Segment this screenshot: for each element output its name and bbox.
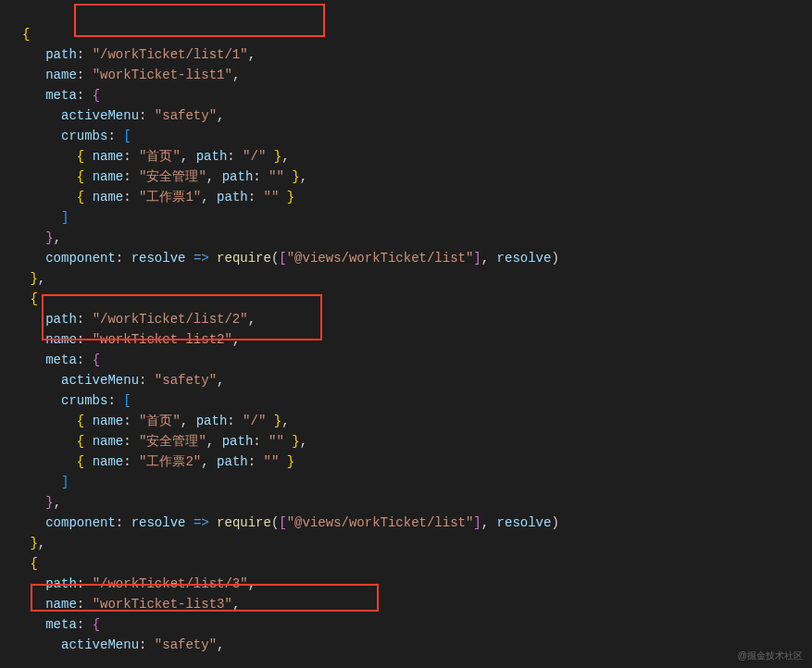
code-line: component: resolve => require(["@views/w… [22, 515, 559, 530]
watermark: @掘金技术社区 [738, 649, 803, 662]
code-line: }, [22, 495, 61, 510]
code-line: { name: "工作票1", path: "" } [22, 190, 294, 204]
code-line: path: "/workTicket/list/2", [22, 312, 256, 327]
code-line: activeMenu: "safety", [22, 108, 224, 123]
code-line: { name: "安全管理", path: "" }, [22, 169, 307, 184]
code-line: ] [22, 210, 69, 225]
code-line: meta: { [22, 617, 100, 632]
code-line: component: resolve => require(["@views/w… [22, 251, 559, 266]
code-line: { name: "首页", path: "/" }, [22, 414, 290, 428]
code-line: }, [22, 230, 61, 245]
code-line: name: "workTicket-list2", [22, 332, 240, 347]
code-line: activeMenu: "safety", [22, 637, 224, 652]
code-line: { name: "工作票2", path: "" } [22, 454, 294, 469]
code-line: activeMenu: "safety", [22, 373, 224, 388]
code-line: }, [22, 271, 45, 286]
code-line: meta: { [22, 353, 100, 367]
code-line: name: "workTicket-list1", [22, 68, 240, 82]
code-editor[interactable]: { path: "/workTicket/list/1", name: "wor… [0, 0, 812, 655]
code-line: name: "workTicket-list3", [22, 597, 240, 612]
code-line: ] [22, 475, 69, 489]
code-line: crumbs: [ [22, 129, 131, 143]
code-line: }, [22, 536, 45, 550]
code-line: { [22, 556, 38, 571]
code-line: crumbs: [ [22, 393, 131, 408]
code-line: meta: { [22, 88, 100, 103]
code-line: path: "/workTicket/list/1", [22, 47, 256, 62]
code-line: { name: "首页", path: "/" }, [22, 149, 290, 164]
code-line: path: "/workTicket/list/3", [22, 576, 256, 591]
code-line: { [22, 291, 38, 306]
code-line: { name: "安全管理", path: "" }, [22, 434, 307, 449]
